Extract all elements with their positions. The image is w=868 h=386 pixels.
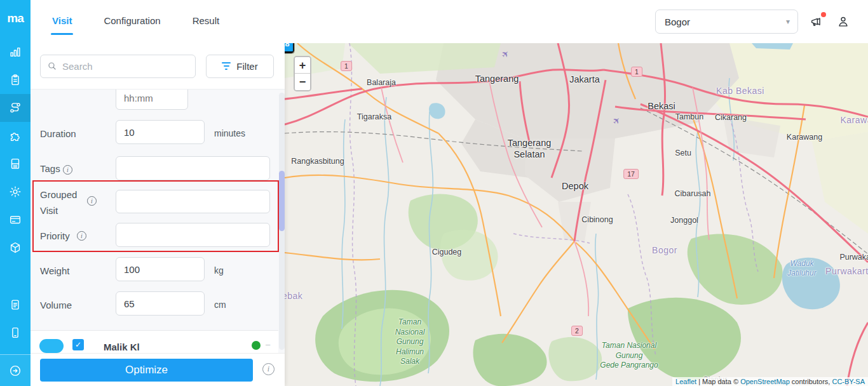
weight-input[interactable] xyxy=(116,257,205,281)
map-zoom-control: + − xyxy=(294,56,311,91)
zoom-in-button[interactable]: + xyxy=(295,57,310,74)
optimize-info-icon[interactable]: i xyxy=(262,363,275,375)
puzzle-icon xyxy=(8,129,22,143)
report-icon xyxy=(8,298,22,312)
bar-chart-icon xyxy=(8,45,22,59)
user-icon xyxy=(836,15,850,29)
visit-panel: Filter Duration minutes Tags i Grouped xyxy=(31,43,285,386)
tab[interactable]: Visit xyxy=(52,11,72,32)
search-icon xyxy=(47,61,57,71)
mobile-icon xyxy=(8,326,22,340)
document-split-icon xyxy=(8,157,22,171)
panel-footer: Optimize i xyxy=(31,353,285,386)
gear-icon xyxy=(8,185,22,199)
sidebar-item-documents[interactable] xyxy=(0,150,31,178)
volume-unit: cm xyxy=(214,300,226,310)
toggle-switch[interactable] xyxy=(39,339,64,353)
region-dropdown[interactable]: Bogor ▾ xyxy=(655,10,798,34)
visit-title: Malik Kl xyxy=(104,342,140,352)
sidebar-item-orders[interactable] xyxy=(0,66,31,94)
tags-label: Tags i xyxy=(40,163,72,175)
credit-card-icon xyxy=(8,213,22,227)
map[interactable]: + − TangerangJakartaBekasiTangerang Sela… xyxy=(285,43,868,386)
megaphone-icon xyxy=(810,15,824,29)
chevron-down-icon: ▾ xyxy=(786,17,790,26)
sidebar-item-billing[interactable] xyxy=(0,206,31,234)
app-logo: ma xyxy=(7,11,23,25)
main-tabs: Visit Configuration Result xyxy=(31,0,219,43)
search-box[interactable] xyxy=(40,55,196,78)
filter-icon xyxy=(222,62,231,70)
weight-label: Weight xyxy=(40,265,69,276)
volume-input[interactable] xyxy=(116,291,205,316)
box-icon xyxy=(8,241,22,255)
tags-input[interactable] xyxy=(116,156,270,180)
weight-unit: kg xyxy=(214,265,224,276)
sidebar-item-integrations[interactable] xyxy=(0,122,31,150)
notification-dot xyxy=(821,12,826,17)
priority-input[interactable] xyxy=(116,223,270,247)
tab[interactable]: Result xyxy=(193,11,220,32)
topbar-right: Bogor ▾ xyxy=(655,10,868,34)
time-input[interactable] xyxy=(116,89,188,110)
sidebar-item-settings[interactable] xyxy=(0,178,31,206)
scrollbar-track[interactable] xyxy=(279,93,285,350)
sidebar-item-inventory[interactable] xyxy=(0,234,31,262)
sidebar-item-routes[interactable] xyxy=(0,94,31,122)
grouped-visit-label-line2: Visit xyxy=(40,205,58,216)
announcements-button[interactable] xyxy=(808,13,825,30)
sidebar-nav xyxy=(0,38,31,347)
row-more: ‒ ‒ xyxy=(266,340,278,353)
osm-link[interactable]: OpenStreetMap xyxy=(740,378,790,385)
tags-info-icon[interactable]: i xyxy=(63,165,72,175)
visit-form: Duration minutes Tags i Grouped Visit i … xyxy=(31,89,285,353)
topbar: Visit Configuration Result Bogor ▾ xyxy=(31,0,868,43)
map-attribution: Leaflet | Map data © OpenStreetMap contr… xyxy=(672,377,868,386)
visit-list-item[interactable]: ✓ Malik Kl ‒ ‒ xyxy=(31,331,278,353)
panel-toolbar: Filter xyxy=(31,43,285,89)
grouped-visit-label-line1: Grouped xyxy=(40,189,77,200)
visit-marker[interactable]: 18 xyxy=(285,43,293,51)
zoom-out-button[interactable]: − xyxy=(295,74,310,90)
priority-info-icon[interactable]: i xyxy=(77,231,86,241)
checkbox-checked[interactable]: ✓ xyxy=(72,339,84,350)
sidebar-item-mobile[interactable] xyxy=(0,319,31,347)
sidebar-item-reports[interactable] xyxy=(0,291,31,319)
clipboard-icon xyxy=(8,73,22,87)
grouped-visit-info-icon[interactable]: i xyxy=(87,196,97,206)
priority-label: Priority xyxy=(40,230,70,241)
duration-input[interactable] xyxy=(116,120,205,144)
optimize-button[interactable]: Optimize xyxy=(40,359,253,382)
search-input[interactable] xyxy=(62,61,189,72)
duration-unit: minutes xyxy=(214,128,245,138)
content: Filter Duration minutes Tags i Grouped xyxy=(31,43,868,386)
duration-label: Duration xyxy=(40,128,76,139)
filter-button[interactable]: Filter xyxy=(206,55,274,78)
main-area: Visit Configuration Result Bogor ▾ xyxy=(31,0,868,386)
sidebar-logout[interactable] xyxy=(0,354,31,386)
leaflet-link[interactable]: Leaflet xyxy=(675,378,696,385)
app-sidebar: ma xyxy=(0,0,31,386)
user-button[interactable] xyxy=(835,13,851,30)
grouped-visit-input[interactable] xyxy=(116,190,270,213)
route-icon xyxy=(8,101,22,115)
logout-icon xyxy=(8,364,22,378)
scrollbar-thumb[interactable] xyxy=(279,171,285,231)
tab[interactable]: Configuration xyxy=(104,11,160,32)
map-tiles xyxy=(285,43,868,386)
volume-label: Volume xyxy=(40,300,72,310)
region-dropdown-value: Bogor xyxy=(665,17,690,27)
status-dot xyxy=(252,341,261,350)
app-root: ma xyxy=(0,0,868,386)
sidebar-item-analytics[interactable] xyxy=(0,38,31,66)
license-link[interactable]: CC-BY-SA xyxy=(832,378,865,385)
